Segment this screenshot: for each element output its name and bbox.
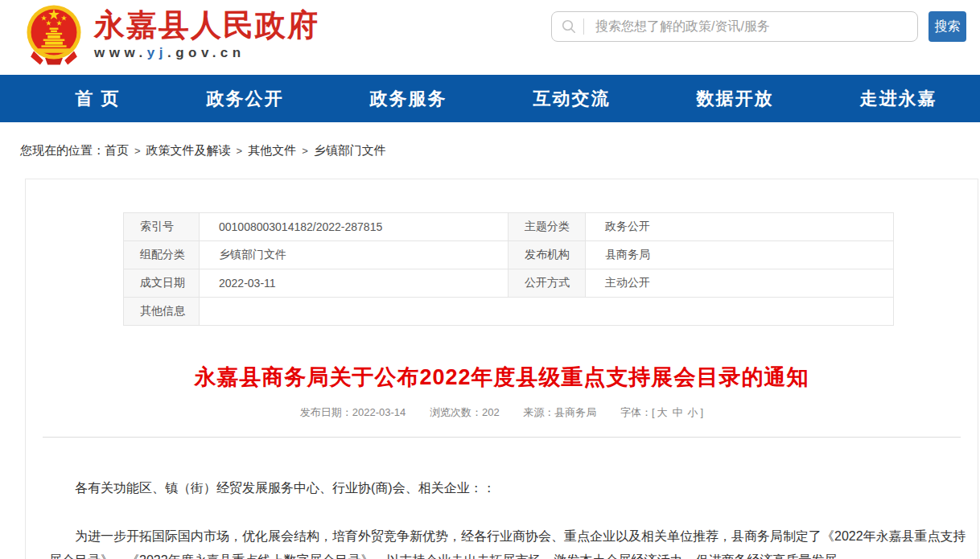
document-info-table: 索引号 001008003014182/2022-287815 主题分类 政务公… [123,212,894,326]
other-info-value [200,298,894,326]
group-category-label: 组配分类 [124,241,200,269]
search-divider [583,18,584,35]
issuing-agency-label: 发布机构 [509,241,586,269]
national-emblem-icon [23,3,85,72]
issue-date-label: 成文日期 [124,269,200,298]
nav-item-open-data[interactable]: 数据开放 [696,87,773,111]
search-icon [562,19,576,34]
article-meta: 发布日期：2022-03-14 浏览次数：202 来源：县商务局 字体：[大中小… [26,405,978,420]
brand-text: 永嘉县人民政府 www.yj.gov.cn [94,3,319,61]
index-number-label: 索引号 [124,213,200,241]
site-logo-link[interactable]: 永嘉县人民政府 www.yj.gov.cn [23,3,319,72]
source: 来源：县商务局 [523,406,596,418]
main-nav: 首 页 政务公开 政务服务 互动交流 数据开放 走进永嘉 [0,75,980,122]
font-size-small-button[interactable]: 小 [688,406,698,418]
breadcrumb-other-docs[interactable]: 其他文件 [248,143,296,157]
breadcrumb-prefix: 您现在的位置： [20,143,105,157]
article-paragraph: 为进一步开拓国际国内市场，优化展会结构，培育外贸竞争新优势，经各行业商协会、重点… [49,524,970,559]
content-panel: 索引号 001008003014182/2022-287815 主题分类 政务公… [25,179,978,559]
table-row: 其他信息 [124,298,894,326]
nav-item-interaction[interactable]: 互动交流 [533,87,611,111]
site-title: 永嘉县人民政府 [94,6,319,43]
nav-item-about-yongjia[interactable]: 走进永嘉 [859,87,937,111]
article-title: 永嘉县商务局关于公布2022年度县级重点支持展会目录的通知 [42,363,961,392]
search-input[interactable] [594,18,908,35]
breadcrumb-separator: > [302,145,308,157]
breadcrumb: 您现在的位置：首页>政策文件及解读>其他文件>乡镇部门文件 [0,122,980,179]
other-info-label: 其他信息 [124,298,200,326]
search-button[interactable]: 搜索 [929,11,966,42]
view-count: 浏览次数：202 [430,406,500,418]
group-category-value: 乡镇部门文件 [200,241,509,269]
table-row: 索引号 001008003014182/2022-287815 主题分类 政务公… [124,213,894,241]
breadcrumb-home[interactable]: 首页 [105,143,129,157]
topic-category-label: 主题分类 [509,213,586,241]
index-number-value: 001008003014182/2022-287815 [200,213,509,241]
breadcrumb-town-dept-docs[interactable]: 乡镇部门文件 [314,143,386,157]
breadcrumb-separator: > [237,145,243,157]
issuing-agency-value: 县商务局 [586,241,894,269]
issue-date-value: 2022-03-11 [200,269,509,298]
breadcrumb-policy-docs[interactable]: 政策文件及解读 [146,143,231,157]
site-header: 永嘉县人民政府 www.yj.gov.cn 搜索 [0,0,980,75]
table-row: 组配分类 乡镇部门文件 发布机构 县商务局 [124,241,894,269]
search-box [551,11,918,42]
disclosure-method-label: 公开方式 [509,269,586,298]
search-area: 搜索 [551,11,966,42]
article-body: 各有关功能区、镇（街）经贸发展服务中心、行业协(商)会、相关企业：： 为进一步开… [26,438,978,559]
disclosure-method-value: 主动公开 [586,269,894,298]
font-size-large-button[interactable]: 大 [657,406,668,418]
nav-item-gov-services[interactable]: 政务服务 [370,87,447,111]
font-size-medium-button[interactable]: 中 [673,406,683,418]
nav-item-home[interactable]: 首 页 [75,87,120,111]
nav-item-gov-disclosure[interactable]: 政务公开 [207,87,284,111]
publish-date: 发布日期：2022-03-14 [300,406,406,418]
table-row: 成文日期 2022-03-11 公开方式 主动公开 [124,269,894,298]
topic-category-value: 政务公开 [586,213,894,241]
site-url: www.yj.gov.cn [94,45,319,61]
page: 永嘉县人民政府 www.yj.gov.cn 搜索 首 页 政务公开 政务服务 互… [0,0,980,559]
article-salutation: 各有关功能区、镇（街）经贸发展服务中心、行业协(商)会、相关企业：： [49,476,970,500]
breadcrumb-separator: > [134,145,141,157]
font-size-controls: 字体：[大中小] [620,406,703,418]
